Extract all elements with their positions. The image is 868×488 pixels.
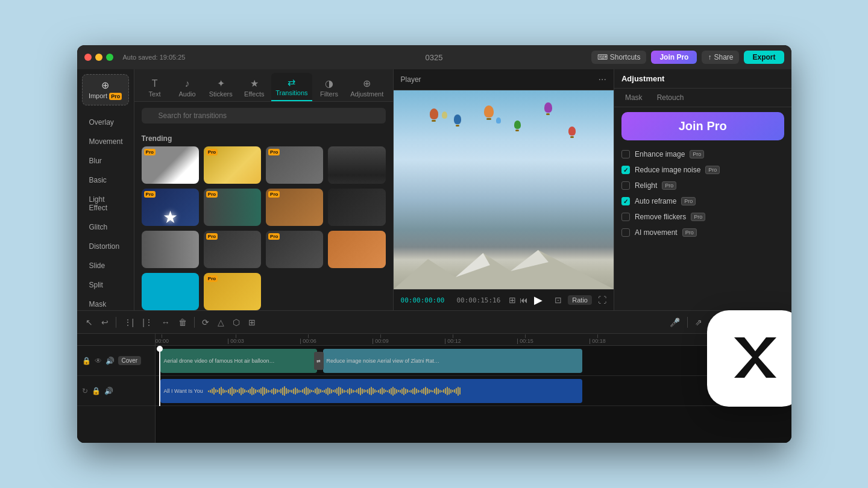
- traffic-lights: [84, 54, 113, 61]
- text-icon: T: [152, 78, 158, 89]
- sidebar-item-mask[interactable]: Mask: [80, 295, 131, 310]
- search-input[interactable]: [142, 108, 386, 124]
- lock-icon[interactable]: 🔒: [82, 357, 91, 365]
- join-pro-text: Join Pro: [679, 119, 727, 133]
- pro-badge: Pro: [268, 233, 280, 240]
- enhance-checkbox[interactable]: [621, 150, 630, 158]
- crop-tool[interactable]: ⊞: [246, 316, 258, 328]
- link-tool-1[interactable]: ⇗: [693, 316, 705, 328]
- volume-icon[interactable]: 🔊: [105, 357, 115, 365]
- lock-icon-2[interactable]: 🔒: [92, 387, 101, 395]
- list-item[interactable]: Pro ⬇ Golden Flare: [204, 146, 261, 184]
- sidebar-item-split[interactable]: Split: [80, 276, 131, 294]
- select-tool[interactable]: ↖: [83, 316, 95, 328]
- tab-audio[interactable]: ♪ Audio: [172, 75, 203, 101]
- list-item[interactable]: ⬇ Backgr...tching: [328, 189, 385, 226]
- video-track-label-row: 🔒 👁 🔊 Cover: [77, 346, 155, 376]
- transition-thumb: Pro ⬇: [266, 189, 323, 226]
- transition-thumb: Pro ⬇: [204, 146, 261, 184]
- split-tool[interactable]: ⋮|: [121, 316, 137, 328]
- sidebar-item-blur[interactable]: Blur: [80, 152, 131, 170]
- sidebar-item-basic[interactable]: Basic: [80, 171, 131, 189]
- list-item[interactable]: Shake III: [142, 231, 199, 268]
- flicker-pro-tag: Pro: [691, 213, 705, 221]
- toolbar-sep-2: [194, 317, 195, 328]
- tab-adjustment[interactable]: ⊕ Adjustment: [346, 74, 388, 101]
- flicker-checkbox[interactable]: [621, 213, 630, 221]
- sidebar-item-movement[interactable]: Movement: [80, 133, 131, 151]
- share-button[interactable]: ↑ Share: [702, 51, 739, 64]
- mic-tool[interactable]: 🎤: [667, 316, 682, 328]
- autoreframe-checkbox[interactable]: ✓: [621, 197, 630, 205]
- minimize-button[interactable]: [95, 54, 102, 61]
- relight-checkbox[interactable]: [621, 181, 630, 190]
- transition-marker[interactable]: ⇄: [314, 352, 324, 370]
- plus-icon: ⊕: [85, 80, 126, 91]
- autosave-status: Auto saved: 19:05:25: [123, 54, 186, 61]
- crop-icon[interactable]: ⊡: [555, 295, 562, 305]
- sidebar-item-light-effect[interactable]: Light Effect: [80, 190, 131, 217]
- maximize-button[interactable]: [106, 54, 113, 61]
- export-button[interactable]: Export: [744, 51, 784, 64]
- transform-tool[interactable]: △: [215, 316, 227, 328]
- list-item[interactable]: Pro: [266, 231, 323, 268]
- transitions-grid: Pro Space Flip Pro ⬇ Golden Flare Pro St…: [134, 146, 393, 310]
- list-item[interactable]: Pro ★ Star Inhalation: [142, 189, 199, 226]
- volume-icon-2[interactable]: 🔊: [104, 387, 113, 395]
- audio-icon: ♪: [185, 78, 190, 89]
- join-pro-card[interactable]: Join Pro: [621, 112, 784, 140]
- filters-icon: ◑: [325, 78, 333, 89]
- tab-text[interactable]: T Text: [139, 75, 171, 101]
- prev-icon[interactable]: ⏮: [520, 295, 528, 305]
- aimovement-checkbox[interactable]: [621, 228, 630, 237]
- play-button[interactable]: ▶: [534, 293, 542, 307]
- tab-transitions[interactable]: ⇄ Transitions: [271, 73, 312, 101]
- undo-tool[interactable]: ↩: [99, 316, 111, 328]
- shortcuts-button[interactable]: ⌨ Shortcuts: [591, 51, 647, 64]
- list-item[interactable]: Pro Space Flip: [142, 146, 199, 184]
- balloon-small-1: [442, 111, 447, 119]
- transition-thumb: Pro ⬇: [204, 189, 261, 226]
- list-item[interactable]: Pro ⬇ Three... Zoom: [266, 189, 323, 226]
- tab-mask[interactable]: Mask: [619, 91, 649, 104]
- shape-tool[interactable]: ⬡: [230, 316, 242, 328]
- import-button[interactable]: ⊕ Import Pro: [82, 74, 129, 105]
- sidebar-item-glitch[interactable]: Glitch: [80, 218, 131, 236]
- close-button[interactable]: [84, 54, 92, 61]
- extend-tool[interactable]: ↔: [159, 316, 172, 328]
- cover-button[interactable]: Cover: [118, 356, 142, 365]
- trim-tool[interactable]: |⋮: [140, 316, 156, 328]
- tab-effects[interactable]: ★ Effects: [239, 74, 270, 101]
- balloon-3: [484, 105, 494, 120]
- join-pro-button[interactable]: Join Pro: [651, 51, 697, 64]
- grid-icon[interactable]: ⊞: [509, 295, 516, 305]
- tab-retouch[interactable]: Retouch: [651, 91, 690, 104]
- tab-filters[interactable]: ◑ Filters: [313, 74, 345, 101]
- audio-track[interactable]: All I Want Is You: [160, 379, 582, 403]
- transition-thumb: [142, 273, 199, 310]
- speed-tool[interactable]: ⟳: [200, 316, 212, 328]
- sidebar-item-distortion[interactable]: Distortion: [80, 237, 131, 255]
- loop-icon[interactable]: ↻: [82, 387, 88, 395]
- balloon-6: [568, 127, 576, 138]
- list-item[interactable]: Pro: [204, 273, 261, 310]
- noise-checkbox[interactable]: ✓: [621, 166, 630, 174]
- list-item[interactable]: [142, 273, 199, 310]
- sidebar-item-slide[interactable]: Slide: [80, 257, 131, 275]
- delete-tool[interactable]: 🗑: [176, 316, 189, 328]
- list-item[interactable]: Pro Disto...Sweep: [204, 231, 261, 268]
- list-item[interactable]: ⬇ Shutter II: [328, 146, 385, 184]
- share-icon: ↑: [708, 53, 711, 61]
- video-track-2[interactable]: Reduce image noise Aerial view of Zlatni…: [323, 349, 582, 373]
- player-menu-icon[interactable]: ···: [599, 74, 606, 85]
- list-item[interactable]: [328, 231, 385, 268]
- adjust-noise: ✓ Reduce image noise Pro: [621, 166, 784, 174]
- tab-stickers[interactable]: ✦ Stickers: [204, 74, 237, 101]
- ratio-button[interactable]: Ratio: [568, 295, 592, 305]
- list-item[interactable]: Pro Streamer I: [266, 146, 323, 184]
- sidebar-item-overlay[interactable]: Overlay: [80, 113, 131, 131]
- fullscreen-icon[interactable]: ⛶: [598, 295, 606, 305]
- video-track-1[interactable]: Aerial drone video of famous Hot air bal…: [160, 349, 317, 373]
- list-item[interactable]: Pro ⬇ Sliding...mories: [204, 189, 261, 226]
- eye-icon[interactable]: 👁: [95, 357, 102, 365]
